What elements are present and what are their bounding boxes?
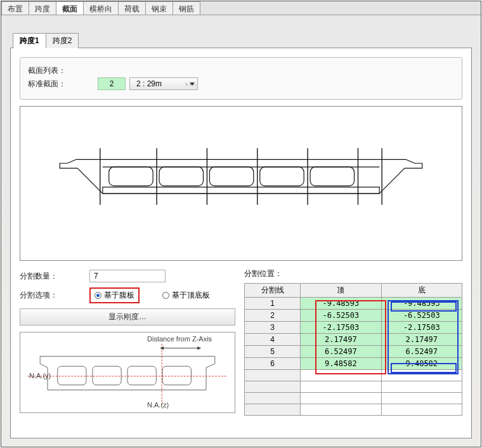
radio-by-web[interactable]: 基于腹板 (89, 287, 140, 303)
std-section-label: 标准截面： (28, 79, 98, 89)
radio-dot-icon (94, 292, 101, 299)
split-option-label: 分割选项： (20, 290, 89, 301)
nay-label: N.A.(y) (29, 372, 51, 379)
split-count-input[interactable] (89, 270, 166, 282)
subtab-span2[interactable]: 跨度2 (46, 33, 79, 48)
std-section-combo-text: 2 : 29m (130, 78, 186, 89)
radio-by-slab[interactable]: 基于顶底板 (159, 289, 214, 302)
split-config: 分割数量： 分割选项： 基于腹板 基于顶底板 (20, 268, 235, 416)
radio-by-web-label: 基于腹板 (104, 290, 134, 301)
section-list-label: 截面列表： (28, 65, 98, 76)
split-position-table[interactable]: 分割线 顶 底 1-9.48593-9.48593 2-6.52503-6.52… (244, 283, 462, 416)
radio-dot-icon (162, 292, 169, 299)
split-position-title: 分割位置： (244, 268, 462, 279)
tab-rebar[interactable]: 钢筋 (173, 1, 200, 15)
sub-tabs: 跨度1 跨度2 (13, 33, 481, 48)
dist-label: Distance from Z-Axis (147, 335, 212, 343)
tab-transverse[interactable]: 横桥向 (83, 1, 119, 15)
col-splitline: 分割线 (245, 284, 301, 298)
section-svg (20, 107, 462, 260)
subtab-span1[interactable]: 跨度1 (13, 33, 46, 48)
section-figure (20, 106, 462, 261)
std-section-combo[interactable]: 2 : 29m (129, 77, 198, 90)
section-thumb: Distance from Z-Axis N.A.(y) N.A.(z) (20, 332, 235, 413)
show-stiffness-button[interactable]: 显示刚度… (20, 308, 235, 326)
naz-label: N.A.(z) (147, 401, 169, 409)
tab-tendon[interactable]: 钢束 (145, 1, 173, 15)
subpanel-content: 截面列表： 标准截面： 2 2 : 29m (10, 48, 472, 438)
radio-by-slab-label: 基于顶底板 (172, 290, 210, 301)
tab-load[interactable]: 荷载 (118, 1, 146, 15)
tab-span[interactable]: 跨度 (29, 1, 56, 15)
tab-section[interactable]: 截面 (56, 1, 84, 15)
lower-row: 分割数量： 分割选项： 基于腹板 基于顶底板 (20, 268, 462, 416)
section-list-group: 截面列表： 标准截面： 2 2 : 29m (20, 57, 462, 100)
col-bot: 底 (381, 284, 462, 298)
col-top: 顶 (301, 284, 381, 298)
main-tabs: 布置 跨度 截面 横桥向 荷载 钢束 钢筋 (1, 1, 481, 15)
split-count-label: 分割数量： (20, 271, 89, 282)
app-panel: 布置 跨度 截面 横桥向 荷载 钢束 钢筋 跨度1 跨度2 截面列表： 标准截面… (1, 1, 481, 447)
std-section-num[interactable]: 2 (98, 77, 126, 90)
tab-layout[interactable]: 布置 (1, 1, 29, 15)
dropdown-icon[interactable] (186, 82, 197, 86)
split-position-area: 分割位置： 分割线 顶 底 1-9.48593-9.48593 2-6 (244, 268, 462, 416)
